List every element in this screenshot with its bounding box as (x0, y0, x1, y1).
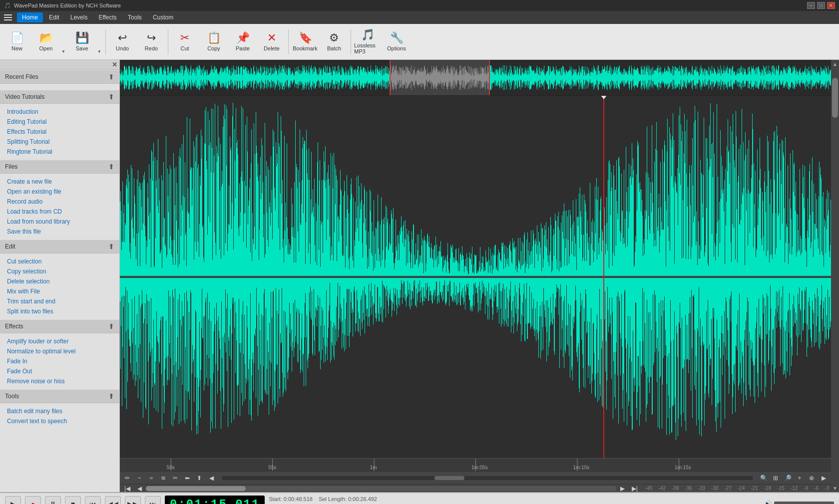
link-batch-edit[interactable]: Batch edit many files (0, 406, 119, 416)
menu-custom[interactable]: Custom (148, 12, 178, 22)
play-button[interactable]: ▶ (5, 496, 21, 504)
scroll-left-end[interactable]: |◀ (122, 484, 133, 493)
scroll-thumb[interactable] (146, 486, 246, 491)
link-ringtone-tutorial[interactable]: Ringtone Tutorial (0, 147, 119, 157)
section-recent-files[interactable]: Recent Files ⬆ (0, 70, 119, 84)
panel-close-button[interactable]: ✕ (112, 61, 117, 68)
link-remove-noise[interactable]: Remove noise or hiss (0, 376, 119, 386)
close-button[interactable]: ✕ (827, 2, 835, 9)
link-cut-selection[interactable]: Cut selection (0, 256, 119, 266)
zoom-in3-button[interactable]: ⊕ (806, 473, 817, 483)
link-mix-with-file[interactable]: Mix with File (0, 286, 119, 296)
rewind-button[interactable]: ◀◀ (105, 496, 121, 504)
vscroll-up[interactable]: ▲ (832, 60, 839, 68)
link-load-sound-library[interactable]: Load from sound library (0, 217, 119, 227)
zoom-scrollbar[interactable] (222, 476, 753, 480)
zoom-fit-button[interactable]: ⊞ (770, 473, 781, 483)
zoom-out-button[interactable]: 🔍 (758, 473, 769, 483)
new-button[interactable]: 📄 New (3, 26, 31, 58)
link-copy-selection[interactable]: Copy selection (0, 266, 119, 276)
link-open-existing-file[interactable]: Open an existing file (0, 187, 119, 197)
scroll-right-end[interactable]: ▶| (629, 484, 640, 493)
start-value: 0:00:48.518 (284, 496, 313, 502)
tool-4[interactable]: ≋ (158, 473, 169, 483)
open-button[interactable]: 📂 Open (32, 26, 60, 58)
open-dropdown[interactable]: ▼ (60, 26, 67, 58)
select-tool[interactable]: ~ (134, 473, 145, 483)
maximize-button[interactable]: □ (817, 2, 825, 9)
pause-button[interactable]: ⏸ (45, 496, 61, 504)
section-video-tutorials[interactable]: Video Tutorials ⬆ (0, 90, 119, 104)
link-fade-out[interactable]: Fade Out (0, 366, 119, 376)
zoom-thumb[interactable] (434, 476, 464, 480)
link-normalize[interactable]: Normalize to optimal level (0, 346, 119, 356)
options-button[interactable]: 🔧 Options (383, 26, 411, 58)
scroll-left[interactable]: ◀ (134, 484, 145, 493)
tool-5[interactable]: ✂ (170, 473, 181, 483)
copy-button[interactable]: 📋 Copy (200, 26, 228, 58)
link-amplify[interactable]: Amplify louder or softer (0, 336, 119, 346)
menu-tools[interactable]: Tools (123, 12, 147, 22)
panel-close-bar: ✕ (0, 60, 119, 70)
video-tutorials-content: Introduction Editing Tutorial Effects Tu… (0, 104, 119, 160)
link-fade-in[interactable]: Fade In (0, 356, 119, 366)
tool-7[interactable]: ⬆ (194, 473, 205, 483)
next-button[interactable]: ⏭ (145, 496, 161, 504)
section-tools[interactable]: Tools ⬆ (0, 389, 119, 403)
paste-button[interactable]: 📌 Paste (229, 26, 257, 58)
batch-button[interactable]: ⚙ Batch (320, 26, 348, 58)
waveform-area[interactable] (120, 96, 831, 458)
vscroll-down[interactable]: ▼ (832, 484, 839, 492)
menu-home[interactable]: Home (17, 12, 43, 22)
link-delete-selection[interactable]: Delete selection (0, 276, 119, 286)
link-text-to-speech[interactable]: Convert text to speech (0, 416, 119, 426)
cut-button[interactable]: ✂ Cut (171, 26, 199, 58)
link-save-file[interactable]: Save this file (0, 227, 119, 237)
link-load-cd[interactable]: Load tracks from CD (0, 207, 119, 217)
redo-button[interactable]: ↪ Redo (137, 26, 165, 58)
menu-levels[interactable]: Levels (65, 12, 93, 22)
link-introduction[interactable]: Introduction (0, 107, 119, 117)
zoom-in2-button[interactable]: + (794, 473, 805, 483)
menu-edit[interactable]: Edit (44, 12, 64, 22)
menu-effects[interactable]: Effects (93, 12, 121, 22)
save-button[interactable]: 💾 Save (68, 26, 96, 58)
link-record-audio[interactable]: Record audio (0, 197, 119, 207)
stop-button[interactable]: ■ (65, 496, 81, 504)
section-edit[interactable]: Edit ⬆ (0, 240, 119, 253)
hamburger-menu[interactable] (2, 12, 14, 22)
lossless-mp3-button[interactable]: 🎵 Lossless MP3 (354, 26, 382, 58)
tool-6[interactable]: ⬅ (182, 473, 193, 483)
tool-8[interactable]: ◀ (206, 473, 217, 483)
vscroll-thumb[interactable] (832, 78, 838, 118)
delete-button[interactable]: ✕ Delete (258, 26, 286, 58)
bottom-scrollbar[interactable]: |◀ ◀ ▶ ▶| -45 -42 -39 -36 -33 -30 -27 -2… (120, 484, 831, 492)
scroll-right[interactable]: ▶ (617, 484, 628, 493)
section-effects[interactable]: Effects ⬆ (0, 319, 119, 333)
volume-icon[interactable]: 🔊 (764, 500, 772, 504)
zoom-in-button[interactable]: 🔎 (782, 473, 793, 483)
minimize-button[interactable]: – (807, 2, 815, 9)
tools-bar: ✏ ~ ≈ ≋ ✂ ⬅ ⬆ ◀ 🔍 ⊞ 🔎 + ⊕ (120, 471, 831, 484)
bookmark-button[interactable]: 🔖 Bookmark (291, 26, 319, 58)
scroll-track[interactable] (146, 486, 616, 491)
bookmark-label: Bookmark (293, 45, 318, 51)
link-editing-tutorial[interactable]: Editing Tutorial (0, 117, 119, 127)
link-splitting-tutorial[interactable]: Splitting Tutorial (0, 137, 119, 147)
link-effects-tutorial[interactable]: Effects Tutorial (0, 127, 119, 137)
forward-button[interactable]: ▶▶ (125, 496, 141, 504)
right-scrollbar[interactable]: ▲ ▼ (831, 60, 839, 492)
prev-button[interactable]: ⏮ (85, 496, 101, 504)
undo-button[interactable]: ↩ Undo (108, 26, 136, 58)
overview-waveform[interactable] (120, 60, 831, 96)
save-dropdown[interactable]: ▼ (96, 26, 103, 58)
overview-canvas (120, 60, 831, 95)
record-button[interactable]: ● (25, 496, 41, 504)
link-split-two-files[interactable]: Split into two files (0, 306, 119, 316)
pencil-tool[interactable]: ✏ (122, 473, 133, 483)
scroll-right-button[interactable]: ▶ (818, 473, 829, 483)
link-trim-start-end[interactable]: Trim start and end (0, 296, 119, 306)
section-files[interactable]: Files ⬆ (0, 160, 119, 174)
tool-3[interactable]: ≈ (146, 473, 157, 483)
link-create-new-file[interactable]: Create a new file (0, 177, 119, 187)
